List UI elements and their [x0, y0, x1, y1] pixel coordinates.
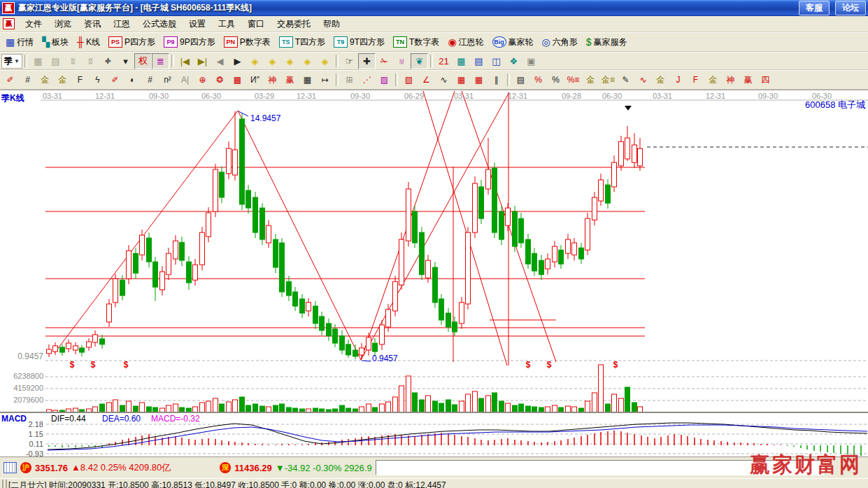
t-square-button[interactable]: TST四方形 — [275, 35, 329, 49]
zoom-out-button[interactable]: ◈ — [281, 53, 299, 69]
box-tool[interactable]: ⊞ — [341, 72, 358, 88]
p-number-table-button[interactable]: PNP数字表 — [220, 35, 275, 49]
win-tool[interactable]: 赢 — [281, 72, 299, 88]
menu-item[interactable]: 浏览 — [48, 16, 78, 32]
chart-area[interactable]: $$$$$$ 季K线 600658 电子城 14.9457 0.9457 0.9… — [0, 90, 868, 456]
text-tool[interactable]: A| — [176, 72, 194, 88]
zoom-fit-button[interactable]: ◈ — [316, 53, 334, 69]
splitter-handle[interactable] — [2, 480, 7, 488]
gold-angle-tool[interactable]: 金 — [652, 72, 669, 88]
wave-mark-tool[interactable]: И″ — [246, 72, 264, 88]
shen-line-tool[interactable]: 神 — [722, 72, 739, 88]
terminal-button[interactable]: ▣ — [522, 53, 540, 69]
red-grid-tool[interactable]: ▦ — [453, 72, 470, 88]
price-scale-tool[interactable]: ▤ — [512, 72, 529, 88]
zoom-right-button[interactable]: ◈ — [264, 53, 281, 69]
calendar-button[interactable]: 21 — [435, 53, 453, 69]
sectors-button[interactable]: ▚板块 — [38, 35, 73, 49]
hexagon-button[interactable]: ◎六角形 — [538, 35, 582, 49]
kline-button[interactable]: ╫K线 — [73, 35, 104, 49]
red-grid2-tool[interactable]: ▦ — [470, 72, 488, 88]
save-button[interactable]: ◫ — [488, 53, 505, 69]
gann-grid-tool[interactable]: ▩ — [229, 72, 246, 88]
p-square-button[interactable]: PSP四方形 — [104, 35, 159, 49]
winner-wheel-button[interactable]: Big赢家轮 — [488, 35, 538, 49]
spray-tool[interactable]: ✐ — [106, 72, 124, 88]
crosshair-tool-button[interactable]: ✚ — [358, 53, 376, 69]
menu-item[interactable]: 窗口 — [241, 16, 271, 32]
t9-square-button[interactable]: T99T四方形 — [329, 35, 389, 49]
next-button[interactable]: ▶ — [229, 53, 246, 69]
percent-line-tool[interactable]: % — [529, 72, 547, 88]
percent-tool[interactable]: % — [547, 72, 564, 88]
candle-style-dropdown[interactable]: ▾ — [117, 53, 134, 69]
wave-line-tool[interactable]: ∿ — [435, 72, 453, 88]
cut-tool-button[interactable]: ✁ — [376, 53, 393, 69]
angle-grid-tool[interactable]: ▨ — [376, 72, 393, 88]
f-line-tool[interactable]: F — [687, 72, 704, 88]
gann-star-tool[interactable]: ❂ — [211, 72, 229, 88]
customer-service-button[interactable]: 客服 — [799, 1, 830, 15]
data-transfer-button[interactable]: ❖ — [505, 53, 522, 69]
fib-ruler-tool[interactable]: F — [71, 72, 89, 88]
grid-ruler-tool[interactable]: # — [141, 72, 159, 88]
gold-line-tool[interactable]: 金 — [704, 72, 722, 88]
zoom-in-button[interactable]: ◈ — [299, 53, 316, 69]
parallel-lines-tool[interactable]: ∥ — [488, 72, 505, 88]
last-page-button[interactable]: ▶| — [194, 53, 211, 69]
time-cycle-tool[interactable]: ◐ — [124, 72, 141, 88]
calculator-button[interactable]: ▦ — [453, 53, 470, 69]
gann-tool-button[interactable]: ♅ — [393, 53, 411, 69]
menu-item[interactable]: 帮助 — [317, 16, 346, 32]
p9-square-button[interactable]: P99P四方形 — [159, 35, 220, 49]
j-line-tool[interactable]: J — [669, 72, 687, 88]
hand-tool-button[interactable]: ☞ — [341, 53, 358, 69]
percent-levels-tool[interactable]: %≡ — [564, 72, 582, 88]
menu-item[interactable]: 资讯 — [78, 16, 107, 32]
menu-item[interactable]: 公式选股 — [136, 16, 183, 32]
fan-lines-tool[interactable]: ⋰ — [358, 72, 376, 88]
period-select[interactable]: 季▼ — [1, 54, 22, 69]
win-line-tool[interactable]: 赢 — [739, 72, 757, 88]
menu-item[interactable]: 设置 — [183, 16, 212, 32]
measure-tool[interactable]: ↦ — [316, 72, 334, 88]
shen-tool[interactable]: 神 — [264, 72, 281, 88]
forum-button[interactable]: 论坛 — [835, 1, 866, 15]
t-number-table-button[interactable]: TNT数字表 — [389, 35, 443, 49]
four-line-tool[interactable]: 四 — [757, 72, 774, 88]
title-bar[interactable]: 赢 赢家江恩专业版[赢家服务平台] - [电子城 SH600658-111季K线… — [0, 0, 868, 16]
gold-ruler2-tool[interactable]: 金 — [54, 72, 71, 88]
ruler-tool[interactable]: # — [19, 72, 36, 88]
first-page-button[interactable]: |◀ — [176, 53, 194, 69]
red-wave-tool[interactable]: ∿ — [634, 72, 652, 88]
zoom-left-button[interactable]: ◈ — [246, 53, 264, 69]
volume-profile-button[interactable]: ≣ — [152, 53, 169, 69]
menu-item[interactable]: 文件 — [19, 16, 48, 32]
quotes-button-label: 行情 — [17, 36, 34, 48]
kline-canvas[interactable]: $$$$$$ — [0, 90, 868, 456]
spring-tool[interactable]: ϟ — [89, 72, 106, 88]
gann-circle-tool[interactable]: ⊕ — [194, 72, 211, 88]
square-number-tool[interactable]: n² — [159, 72, 176, 88]
winner-service-button[interactable]: $赢家服务 — [582, 35, 632, 49]
menu-item[interactable]: 江恩 — [107, 16, 136, 32]
gold-levels-tool[interactable]: 金≡ — [599, 72, 617, 88]
rights-adjust-button[interactable]: 权 — [134, 53, 152, 69]
gold-ruler-tool[interactable]: 金 — [36, 72, 54, 88]
angle-line-tool[interactable]: ∠ — [418, 72, 435, 88]
gann-wheel-button[interactable]: ◉江恩轮 — [443, 35, 488, 49]
market-table-icon[interactable] — [3, 462, 17, 473]
shade-grid-tool[interactable]: ▧ — [400, 72, 418, 88]
menu-item[interactable]: 交易委托 — [271, 16, 317, 32]
date-axis-label: 03-31 — [647, 92, 678, 100]
quotes-button[interactable]: ▦行情 — [1, 35, 38, 49]
menu-item[interactable]: 工具 — [212, 16, 241, 32]
table123-tool[interactable]: ▦ — [299, 72, 316, 88]
candle-style-button[interactable]: ቀ — [99, 53, 117, 69]
gold-circle-tool[interactable]: 金 — [582, 72, 599, 88]
prev-button[interactable]: ◀ — [211, 53, 229, 69]
paint-tool[interactable]: ✐ — [1, 72, 19, 88]
pen-tool[interactable]: ✎ — [617, 72, 634, 88]
brain-tool-button[interactable]: ❦ — [411, 53, 428, 69]
notes-button[interactable]: ▤ — [470, 53, 488, 69]
